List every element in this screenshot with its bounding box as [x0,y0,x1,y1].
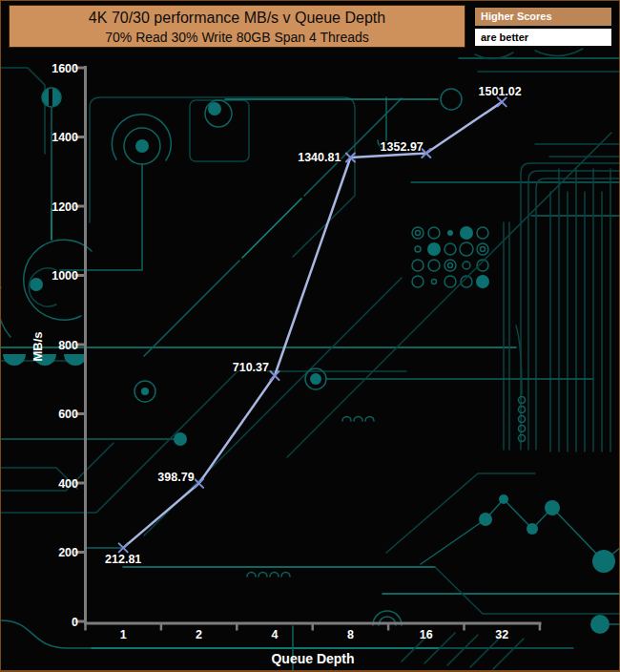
note-higher-scores: Higher Scores [475,8,611,26]
x-tick-label: 32 [495,628,508,641]
y-tick-label: 0 [72,616,78,629]
y-tick-label: 600 [58,408,78,421]
data-point-marker [498,97,506,106]
data-value-label: 1501.02 [479,85,522,98]
data-value-label: 710.37 [233,361,269,374]
note-are-better: are better [475,29,611,46]
y-tick-label: 800 [58,339,78,352]
data-point-marker [195,479,203,488]
data-value-label: 398.79 [157,471,194,484]
x-tick-label: 1 [120,628,127,641]
data-point-marker [119,543,128,552]
data-value-label: 1352.97 [381,140,424,154]
benchmark-chart-page: 02004006008001000120014001600 12481632 M… [0,0,620,672]
x-tick-label: 2 [196,628,202,641]
y-tick-label: 1000 [52,269,78,283]
y-tick-label: 1400 [52,131,78,144]
y-tick-label: 400 [58,477,78,491]
x-axis-tick-labels: 12481632 [120,628,508,641]
x-tick-label: 4 [272,628,279,641]
x-tick-label: 16 [420,628,433,641]
y-tick-label: 1600 [52,62,78,75]
chart-title: 4K 70/30 performance MB/s v Queue Depth [10,8,465,29]
y-tick-label: 1200 [52,200,78,214]
x-tick-label: 8 [347,628,354,641]
chart-title-banner: 4K 70/30 performance MB/s v Queue Depth … [9,5,465,48]
data-value-label: 1340.81 [298,151,341,164]
data-value-labels: 212.81398.79710.371340.811352.971501.02 [105,85,522,566]
data-value-label: 212.81 [105,553,141,566]
y-axis-tick-labels: 02004006008001000120014001600 [52,62,78,629]
line-chart: 02004006008001000120014001600 12481632 M… [1,1,620,672]
score-direction-note: Higher Scores are better [475,8,611,46]
y-tick-label: 200 [58,546,78,559]
x-axis-title: Queue Depth [271,651,354,666]
chart-subtitle: 70% Read 30% Write 80GB Span 4 Threads [10,29,465,46]
y-axis-title: MB/s [31,331,45,361]
